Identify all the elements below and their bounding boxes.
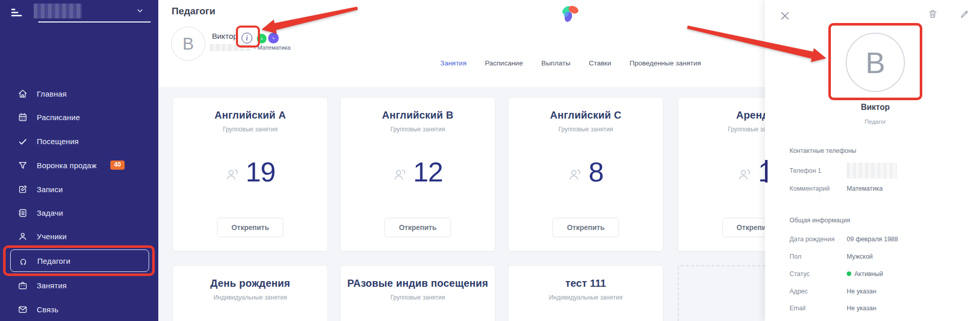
panel-scrollbar-thumb[interactable] xyxy=(765,160,768,182)
people-icon xyxy=(568,167,584,182)
group-title: Английский C xyxy=(509,109,663,121)
field-value: Математика xyxy=(847,185,882,192)
edit-note-icon xyxy=(17,184,28,195)
field-label: Телефон 1 xyxy=(790,167,821,174)
sidebar-item-lessons[interactable]: Занятия xyxy=(10,274,149,296)
sidebar-item-label: Связь xyxy=(37,305,58,314)
close-icon[interactable] xyxy=(779,10,791,21)
group-type: Групповые занятия xyxy=(341,126,495,133)
phone-value-blurred xyxy=(847,163,897,178)
group-card[interactable]: тест 111 Индивидуальные занятия xyxy=(508,265,663,321)
sidebar-item-label: Занятия xyxy=(37,281,67,290)
group-type: Групповые занятия xyxy=(509,126,663,133)
group-type: Индивидуальные занятия xyxy=(509,294,663,301)
tab-rates[interactable]: Ставки xyxy=(589,59,611,67)
unpin-button[interactable]: Открепить xyxy=(385,218,451,237)
tab-payouts[interactable]: Выплаты xyxy=(541,59,570,67)
sidebar-item-label: Ученики xyxy=(37,232,67,241)
funnel-icon xyxy=(17,160,28,171)
field-value: 09 февраля 1988 xyxy=(847,236,898,243)
unpin-button[interactable]: Открепить xyxy=(553,218,619,237)
tab-schedule[interactable]: Расписание xyxy=(485,59,522,67)
status-dot-icon xyxy=(847,271,851,276)
mail-icon xyxy=(17,304,28,315)
group-card[interactable]: Английский A Групповые занятия 19 Откреп… xyxy=(173,97,328,251)
chevron-down-icon[interactable] xyxy=(136,7,144,15)
status-value: Активный xyxy=(847,270,883,278)
check-icon xyxy=(17,136,28,147)
briefcase-icon xyxy=(17,280,28,291)
field-label: Email xyxy=(790,305,805,312)
unpin-button[interactable]: Открепить xyxy=(217,218,283,237)
sidebar-item-sales-funnel[interactable]: Воронка продаж 40 xyxy=(10,154,149,176)
viber-icon[interactable] xyxy=(268,33,279,43)
field-label: Комментарий xyxy=(790,185,830,192)
brand-logo-blurred xyxy=(34,4,82,18)
tab-held-lessons[interactable]: Проведенные занятия xyxy=(630,59,701,67)
menu-toggle-icon[interactable] xyxy=(11,9,22,17)
teacher-detail-panel: B Виктор Педагог Контактные телефоны Тел… xyxy=(765,0,980,321)
student-icon xyxy=(17,231,28,242)
group-type: Групповые занятия xyxy=(173,126,327,133)
app-window: Главная Расписание Посещения Воронка про… xyxy=(0,0,980,321)
app-logo xyxy=(560,5,580,24)
field-label: Адрес xyxy=(790,288,808,295)
section-title-general: Общая информация xyxy=(790,217,850,224)
page-title: Педагоги xyxy=(172,6,216,17)
sidebar-item-main[interactable]: Главная xyxy=(10,82,149,105)
group-type: Групповые занятия xyxy=(341,294,495,301)
people-icon xyxy=(225,167,241,182)
group-card[interactable]: День рождения Индивидуальные занятия xyxy=(173,265,328,321)
teacher-subject: - Математика xyxy=(254,44,291,51)
annotation-box-info xyxy=(236,26,260,48)
annotation-box-teachers xyxy=(3,245,155,276)
group-title: Английский A xyxy=(173,109,327,121)
teacher-name: Виктор xyxy=(212,32,237,41)
field-value: Мужской xyxy=(847,253,873,260)
sidebar-item-label: Расписание xyxy=(37,113,80,122)
field-label: Дата рождения xyxy=(790,236,834,243)
section-title-contacts: Контактные телефоны xyxy=(790,147,856,154)
group-title: Английский B xyxy=(341,109,495,121)
group-card[interactable]: Английский C Групповые занятия 8 Открепи… xyxy=(508,97,663,251)
group-type: Индивидуальные занятия xyxy=(173,294,327,301)
sidebar-item-communication[interactable]: Связь xyxy=(10,298,149,320)
panel-teacher-name: Виктор xyxy=(765,103,980,112)
student-count: 19 xyxy=(246,156,275,188)
sidebar-item-label: Посещения xyxy=(37,137,79,146)
panel-teacher-role: Педагог xyxy=(765,119,980,125)
field-label: Статус xyxy=(790,270,810,278)
sidebar-item-label: Записи xyxy=(37,185,63,194)
annotation-box-avatar xyxy=(828,23,922,100)
tasks-icon xyxy=(17,208,28,218)
field-value: Не указан xyxy=(847,288,876,295)
group-card[interactable]: Английский B Групповые занятия 12 Откреп… xyxy=(340,97,495,251)
group-title: тест 111 xyxy=(509,278,663,289)
sidebar-item-records[interactable]: Записи xyxy=(10,178,149,200)
sidebar-item-tasks[interactable]: Задачи xyxy=(10,201,149,224)
field-value: Не указан xyxy=(847,305,876,312)
group-title: День рождения xyxy=(173,278,327,289)
calendar-icon xyxy=(17,112,28,123)
sidebar-item-students[interactable]: Ученики xyxy=(10,225,149,247)
sidebar: Главная Расписание Посещения Воронка про… xyxy=(0,0,158,321)
brand-divider xyxy=(38,21,151,22)
sidebar-item-label: Главная xyxy=(37,89,67,98)
home-icon xyxy=(17,88,28,99)
sidebar-item-schedule[interactable]: Расписание xyxy=(10,106,149,128)
teacher-tabs: Занятия Расписание Выплаты Ставки Провед… xyxy=(440,59,701,67)
people-icon xyxy=(393,167,409,182)
field-label: Пол xyxy=(790,253,801,260)
group-title: РАзовые индив посещения xyxy=(341,278,495,289)
student-count: 12 xyxy=(413,156,443,188)
sidebar-item-attendance[interactable]: Посещения xyxy=(10,130,149,152)
people-icon xyxy=(737,167,753,182)
funnel-count-badge: 40 xyxy=(110,161,125,169)
teacher-avatar[interactable]: B xyxy=(171,27,205,61)
sidebar-item-label: Задачи xyxy=(37,209,63,217)
student-count: 8 xyxy=(588,156,603,188)
trash-icon[interactable] xyxy=(927,9,938,19)
group-card[interactable]: РАзовые индив посещения Групповые заняти… xyxy=(340,265,495,321)
edit-pencil-icon[interactable] xyxy=(959,9,970,19)
tab-lessons[interactable]: Занятия xyxy=(440,59,466,67)
